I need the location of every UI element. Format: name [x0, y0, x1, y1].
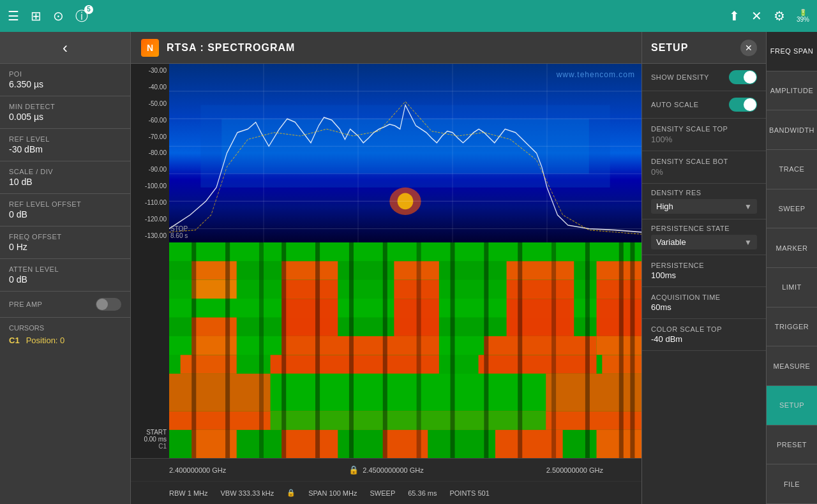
charts-area: -30.00 -40.00 -50.00 -60.00 -70.00 -80.0… — [131, 64, 641, 458]
density-res-label: DENSITY RES — [651, 189, 757, 196]
stop-text: STOP — [170, 225, 188, 232]
span-value: SPAN 100 MHz — [308, 489, 357, 497]
show-density-toggle[interactable] — [729, 70, 757, 84]
nav-item-file[interactable]: FILE — [767, 464, 817, 504]
lock-icon-2: 🔒 — [287, 489, 296, 497]
hamburger-icon[interactable]: ☰ — [8, 8, 19, 24]
nav-item-preset[interactable]: PRESET — [767, 426, 817, 465]
svg-rect-58 — [191, 242, 196, 458]
svg-rect-65 — [417, 242, 421, 458]
nav-item-amplitude[interactable]: AMPLITUDE — [767, 71, 817, 111]
page-title: RTSA : SPECTROGRAM — [167, 42, 295, 54]
color-scale-top-label: COLOR SCALE TOP — [651, 325, 757, 333]
freq-center-area: 🔒 2.4500000000 GHz — [314, 465, 459, 475]
setup-close-button[interactable]: ✕ — [740, 40, 757, 56]
wifi-off-icon[interactable]: ✕ — [751, 8, 762, 24]
topbar: ☰ ⊞ ⊙ ⓘ 5 ⬆ ✕ ⚙ 🔋 39% — [0, 0, 817, 32]
density-scale-top-row[interactable]: DENSITY SCALE TOP 100% — [642, 119, 766, 151]
badge-count: 5 — [84, 5, 93, 14]
show-density-row: SHOW DENSITY — [642, 64, 766, 91]
persistence-state-row: PERSISTENCE STATE Variable ▼ — [642, 219, 766, 255]
cursor-position: Position: 0 — [26, 336, 65, 345]
min-detect-param[interactable]: MIN DETECT 0.005 µs — [0, 96, 130, 129]
freq-offset-param[interactable]: FREQ OFFSET 0 Hz — [0, 226, 130, 259]
nav-item-freq-span[interactable]: FREQ SPAN — [767, 32, 817, 71]
svg-rect-69 — [551, 242, 556, 458]
svg-rect-46 — [271, 374, 546, 411]
svg-rect-25 — [281, 280, 338, 299]
pre-amp-label: PRE AMP — [9, 300, 42, 308]
waterfall-canvas — [169, 242, 641, 458]
upload-icon[interactable]: ⬆ — [729, 8, 740, 24]
density-scale-bot-value: 0% — [651, 167, 757, 177]
params-bar: RBW 1 MHz VBW 333.33 kHz 🔒 SPAN 100 MHz … — [131, 481, 641, 504]
battery-indicator: 🔋 39% — [797, 9, 809, 23]
auto-scale-toggle[interactable] — [729, 98, 757, 112]
density-res-dropdown[interactable]: High ▼ — [651, 199, 757, 214]
svg-rect-48 — [546, 374, 641, 411]
vbw-value: VBW 333.33 kHz — [221, 489, 274, 497]
nav-item-setup[interactable]: SETUP — [767, 386, 817, 426]
topbar-right: ⬆ ✕ ⚙ 🔋 39% — [729, 8, 809, 24]
battery-pct: 39% — [797, 16, 809, 23]
y-axis: -30.00 -40.00 -50.00 -60.00 -70.00 -80.0… — [131, 64, 169, 242]
nav-item-trigger[interactable]: TRIGGER — [767, 308, 817, 347]
sweep-label: SWEEP — [370, 489, 395, 497]
min-detect-value: 0.005 µs — [9, 112, 121, 122]
poi-value: 6.350 µs — [9, 79, 121, 89]
svg-rect-66 — [450, 242, 454, 458]
density-scale-bot-row[interactable]: DENSITY SCALE BOT 0% — [642, 151, 766, 184]
freq-right: 2.500000000 GHz — [458, 466, 603, 474]
density-scale-top-label: DENSITY SCALE TOP — [651, 125, 757, 133]
svg-rect-72 — [630, 242, 634, 458]
auto-scale-row: AUTO SCALE — [642, 91, 766, 119]
camera-icon[interactable]: ⊙ — [53, 8, 64, 24]
freq-left: 2.400000000 GHz — [169, 466, 314, 474]
ref-level-param[interactable]: REF LEVEL -30 dBm — [0, 129, 130, 161]
svg-rect-19 — [281, 261, 338, 279]
persistence-row[interactable]: PERSISTENCE 100ms — [642, 255, 766, 287]
back-button[interactable]: ‹ — [0, 32, 130, 64]
ref-level-offset-param[interactable]: REF LEVEL OFFSET 0 dB — [0, 194, 130, 226]
svg-rect-38 — [281, 336, 439, 355]
freq-bar: 2.400000000 GHz 🔒 2.4500000000 GHz 2.500… — [131, 458, 641, 481]
info-badge[interactable]: ⓘ 5 — [75, 8, 88, 25]
acquisition-time-value: 60ms — [651, 302, 757, 312]
settings-icon[interactable]: ⚙ — [774, 8, 785, 24]
sweep-value: 65.36 ms — [408, 489, 437, 497]
svg-rect-21 — [507, 261, 574, 279]
spectrum-bg: www.tehencom.com STOP 8.60 s — [169, 64, 641, 242]
color-scale-top-row[interactable]: COLOR SCALE TOP -40 dBm — [642, 319, 766, 351]
min-detect-label: MIN DETECT — [9, 103, 121, 110]
grid-icon[interactable]: ⊞ — [31, 8, 41, 24]
setup-header: SETUP ✕ — [642, 32, 766, 64]
c1-label: C1 — [133, 443, 167, 450]
persistence-state-dropdown[interactable]: Variable ▼ — [651, 235, 757, 249]
persistence-state-label: PERSISTENCE STATE — [651, 225, 757, 232]
chevron-down-icon-2: ▼ — [744, 238, 752, 247]
acquisition-time-label: ACQUISITION TIME — [651, 293, 757, 301]
atten-level-param[interactable]: ATTEN LEVEL 0 dB — [0, 259, 130, 292]
nav-item-measure[interactable]: MEASURE — [767, 346, 817, 386]
freq-offset-value: 0 Hz — [9, 242, 121, 252]
nav-item-marker[interactable]: MARKER — [767, 228, 817, 268]
svg-rect-16 — [169, 242, 641, 261]
svg-rect-27 — [507, 280, 574, 299]
acquisition-time-row[interactable]: ACQUISITION TIME 60ms — [642, 287, 766, 319]
svg-rect-71 — [619, 242, 624, 458]
nav-item-bandwidth[interactable]: BANDWIDTH — [767, 110, 817, 150]
nav-item-limit[interactable]: LIMIT — [767, 268, 817, 308]
lock-icon: 🔒 — [349, 465, 359, 475]
spectrum-svg — [169, 64, 641, 242]
nav-item-sweep[interactable]: SWEEP — [767, 189, 817, 229]
nav-item-trace[interactable]: TRACE — [767, 150, 817, 189]
points-value: POINTS 501 — [449, 489, 489, 497]
pre-amp-toggle[interactable] — [96, 298, 121, 311]
persistence-label: PERSISTENCE — [651, 262, 757, 269]
poi-param[interactable]: POI 6.350 µs — [0, 64, 130, 96]
svg-rect-70 — [585, 242, 590, 458]
scale-div-param[interactable]: SCALE / DIV 10 dB — [0, 161, 130, 194]
svg-rect-54 — [383, 430, 428, 458]
density-res-row: DENSITY RES High ▼ — [642, 184, 766, 219]
right-nav: FREQ SPAN AMPLITUDE BANDWIDTH TRACE SWEE… — [766, 32, 817, 504]
